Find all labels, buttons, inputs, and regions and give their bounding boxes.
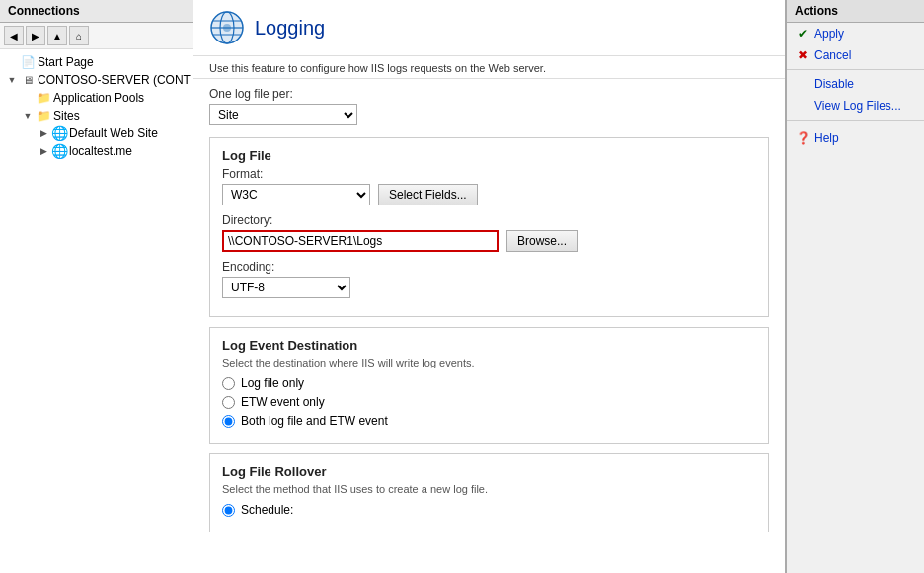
radio-etw-only[interactable] [222,396,235,409]
encoding-select[interactable]: UTF-8 ANSI [222,277,350,298]
apply-action[interactable]: ✔ Apply [787,23,924,44]
tree-item-localtest[interactable]: ▶ 🌐 localtest.me [0,142,192,160]
radio-schedule-label: Schedule: [241,503,293,517]
localtest-icon: 🌐 [51,143,67,159]
apply-icon: ✔ [795,26,810,41]
tree-item-contoso-server[interactable]: ▼ 🖥 CONTOSO-SERVER (CONT [0,71,192,89]
expand-localtest[interactable]: ▶ [36,143,51,159]
log-file-title: Log File [222,148,756,163]
log-event-desc: Select the destination where IIS will wr… [222,357,756,368]
apply-label: Apply [814,27,844,41]
cancel-action[interactable]: ✖ Cancel [787,44,924,66]
back-button[interactable]: ◀ [4,26,24,45]
cancel-label: Cancel [814,48,851,62]
directory-input[interactable] [222,230,499,252]
feature-title: Logging [255,17,325,40]
right-panel: Actions ✔ Apply ✖ Cancel Disable View Lo… [786,0,924,573]
radio-log-file-only-row: Log file only [222,376,756,390]
tree-item-sites[interactable]: ▼ 📁 Sites [0,107,192,124]
radio-schedule-row: Schedule: [222,503,756,517]
radio-both-label: Both log file and ETW event [241,414,388,428]
disable-action[interactable]: Disable [787,73,924,95]
forward-button[interactable]: ▶ [26,26,45,45]
radio-both[interactable] [222,415,235,428]
view-log-files-icon [795,98,810,114]
disable-label: Disable [814,77,854,91]
cancel-icon: ✖ [795,47,810,63]
encoding-label: Encoding: [222,260,756,274]
radio-log-file-only[interactable] [222,377,235,390]
default-web-icon: 🌐 [51,125,67,141]
view-log-files-action[interactable]: View Log Files... [787,95,924,117]
log-file-section: Log File Format: W3C IIS NCSA Custom Sel… [209,137,769,317]
actions-divider [787,69,924,70]
format-select[interactable]: W3C IIS NCSA Custom [222,184,370,205]
radio-both-row: Both log file and ETW event [222,414,756,428]
help-icon: ❓ [795,130,810,146]
one-log-file-section: One log file per: Site Server [209,87,769,125]
sites-label: Sites [53,109,80,123]
app-pools-icon: 📁 [36,90,51,106]
format-label: Format: [222,167,756,181]
radio-etw-only-label: ETW event only [241,395,325,409]
home-button[interactable]: ⌂ [69,26,89,45]
tree-item-start-page[interactable]: 📄 Start Page [0,53,192,71]
log-file-rollover-section: Log File Rollover Select the method that… [209,453,769,532]
browse-button[interactable]: Browse... [506,230,578,252]
log-event-section: Log Event Destination Select the destina… [209,327,769,444]
start-page-icon: 📄 [20,54,36,70]
tree-item-default-web-site[interactable]: ▶ 🌐 Default Web Site [0,124,192,142]
localtest-label: localtest.me [69,144,132,158]
expand-default-web[interactable]: ▶ [36,125,51,141]
left-panel: Connections ◀ ▶ ▲ ⌂ 📄 Start Page ▼ 🖥 CON… [0,0,193,573]
one-log-file-label: One log file per: [209,87,769,101]
rollover-title: Log File Rollover [222,464,756,479]
svg-point-6 [223,24,231,32]
actions-header: Actions [787,0,924,23]
tree-item-app-pools[interactable]: 📁 Application Pools [0,89,192,107]
one-log-file-select[interactable]: Site Server [209,104,357,125]
directory-row: Browse... [222,230,756,252]
expand-contoso[interactable]: ▼ [4,72,20,88]
app-pools-label: Application Pools [53,91,144,105]
contoso-server-label: CONTOSO-SERVER (CONT [38,73,191,87]
expand-sites[interactable]: ▼ [20,108,36,123]
encoding-row: UTF-8 ANSI [222,277,756,298]
rollover-desc: Select the method that IIS uses to creat… [222,483,756,495]
center-panel: Logging Use this feature to configure ho… [193,0,786,573]
expand-app-pools [20,90,36,106]
expand-start-page [4,54,20,70]
radio-etw-only-row: ETW event only [222,395,756,409]
log-event-title: Log Event Destination [222,338,756,353]
start-page-label: Start Page [38,55,94,69]
view-log-files-label: View Log Files... [814,99,901,113]
feature-header: Logging [193,0,785,56]
default-web-label: Default Web Site [69,126,158,140]
feature-content: One log file per: Site Server Log File F… [193,79,785,573]
connections-header: Connections [0,0,192,23]
format-row: W3C IIS NCSA Custom Select Fields... [222,184,756,205]
select-fields-button[interactable]: Select Fields... [378,184,478,205]
directory-label: Directory: [222,213,756,227]
actions-divider-2 [787,120,924,121]
connections-toolbar: ◀ ▶ ▲ ⌂ [0,23,192,49]
help-action[interactable]: ❓ Help [787,127,924,149]
radio-schedule[interactable] [222,504,235,517]
feature-description: Use this feature to configure how IIS lo… [193,56,785,79]
sites-icon: 📁 [36,108,51,123]
radio-log-file-only-label: Log file only [241,376,304,390]
up-button[interactable]: ▲ [47,26,67,45]
disable-icon [795,76,810,92]
help-label: Help [814,131,839,145]
tree-area: 📄 Start Page ▼ 🖥 CONTOSO-SERVER (CONT 📁 … [0,49,192,573]
server-icon: 🖥 [20,72,36,88]
logging-icon [209,10,245,45]
